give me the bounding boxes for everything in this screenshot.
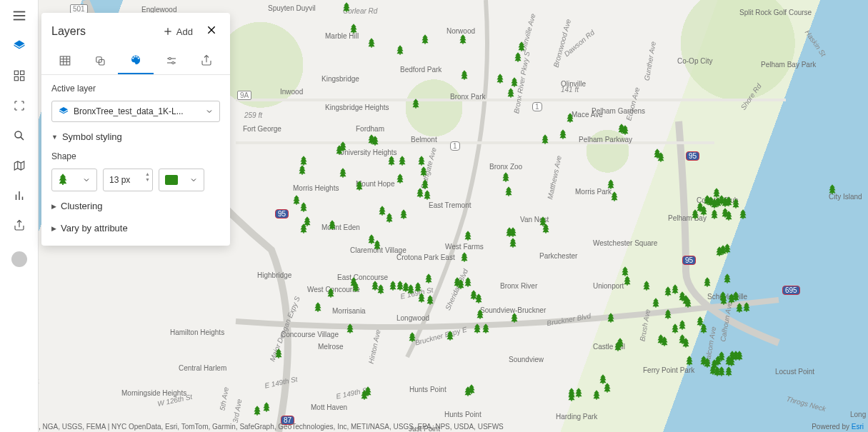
tree-point[interactable] [510, 313, 519, 323]
tab-table[interactable] [47, 49, 83, 74]
tree-point[interactable] [364, 386, 372, 396]
tree-point[interactable] [709, 365, 717, 375]
tree-point[interactable] [376, 284, 385, 294]
vary-by-attribute-toggle[interactable]: ▶ Vary by attribute [51, 221, 220, 236]
tree-point[interactable] [699, 323, 708, 333]
tree-point[interactable] [299, 156, 308, 166]
add-layer-button[interactable]: Add [158, 23, 197, 40]
color-picker[interactable] [159, 169, 204, 191]
tree-point[interactable] [351, 282, 360, 292]
tree-point[interactable] [599, 374, 607, 384]
size-input[interactable]: 13 px ▲ ▼ [103, 169, 153, 191]
tree-point[interactable] [657, 152, 665, 162]
symbol-styling-toggle[interactable]: ▼ Symbol styling [51, 129, 220, 144]
tree-point[interactable] [464, 386, 472, 396]
tree-point[interactable] [387, 156, 396, 166]
tree-point[interactable] [419, 166, 428, 176]
tree-point[interactable] [715, 246, 724, 256]
tree-point[interactable] [723, 273, 732, 283]
tree-point[interactable] [314, 302, 322, 312]
tree-point[interactable] [417, 293, 426, 303]
extent-button[interactable] [9, 96, 29, 116]
tree-point[interactable] [592, 390, 601, 400]
tree-point[interactable] [414, 282, 422, 292]
tree-point[interactable] [732, 291, 740, 301]
tree-point[interactable] [664, 309, 672, 319]
tree-point[interactable] [459, 34, 467, 44]
close-panel-button[interactable] [203, 21, 220, 41]
active-layer-select[interactable]: BronxTree_test_data_1K-L... [51, 101, 220, 122]
tree-point[interactable] [274, 348, 283, 358]
tree-point[interactable] [398, 156, 406, 166]
tree-point[interactable] [703, 277, 712, 287]
tree-point[interactable] [509, 227, 517, 237]
tree-point[interactable] [367, 38, 376, 48]
menu-button[interactable] [9, 6, 29, 26]
clustering-toggle[interactable]: ▶ Clustering [51, 199, 220, 214]
tree-point[interactable] [607, 313, 615, 323]
tree-point[interactable] [621, 125, 629, 135]
tree-point[interactable] [426, 295, 434, 305]
tree-point[interactable] [423, 190, 431, 200]
tree-point[interactable] [421, 34, 429, 44]
tree-point[interactable] [303, 216, 311, 226]
tree-point[interactable] [373, 240, 381, 250]
tree-point[interactable] [253, 406, 261, 416]
tree-point[interactable] [710, 209, 719, 219]
tree-point[interactable] [417, 156, 426, 166]
tab-export[interactable] [189, 49, 224, 74]
tree-point[interactable] [509, 238, 517, 248]
tree-point[interactable] [642, 281, 651, 291]
tree-point[interactable] [460, 70, 469, 80]
tab-settings[interactable] [154, 49, 189, 74]
tree-point[interactable] [621, 266, 629, 276]
tree-point[interactable] [828, 184, 837, 194]
tab-group[interactable] [83, 49, 119, 74]
tree-point[interactable] [735, 351, 744, 361]
tree-point[interactable] [385, 213, 394, 223]
tab-style[interactable] [118, 49, 154, 74]
tree-point[interactable] [504, 186, 513, 196]
tree-point[interactable] [685, 356, 694, 366]
tree-point[interactable] [603, 383, 612, 393]
tree-point[interactable] [298, 165, 306, 175]
tree-point[interactable] [671, 323, 679, 333]
tree-point[interactable] [355, 181, 364, 191]
tree-point[interactable] [299, 202, 308, 212]
shape-picker[interactable] [51, 169, 97, 191]
tree-point[interactable] [696, 202, 704, 212]
tree-point[interactable] [566, 113, 574, 123]
tree-point[interactable] [328, 220, 336, 230]
tree-point[interactable] [349, 24, 358, 34]
tree-point[interactable] [396, 45, 404, 55]
tree-point[interactable] [739, 209, 747, 219]
tree-point[interactable] [473, 323, 482, 333]
tree-point[interactable] [464, 231, 472, 241]
esri-link[interactable]: Esri [852, 423, 864, 431]
tree-point[interactable] [574, 388, 583, 398]
tree-point[interactable] [469, 290, 478, 300]
tree-point[interactable] [408, 332, 416, 342]
tree-point[interactable] [724, 211, 733, 221]
basemap-button[interactable] [9, 156, 29, 176]
tree-point[interactable] [342, 2, 351, 12]
tree-point[interactable] [510, 77, 519, 87]
tree-point[interactable] [735, 303, 744, 313]
chart-button[interactable] [9, 186, 29, 206]
tree-point[interactable] [446, 331, 454, 341]
tree-point[interactable] [559, 129, 567, 139]
tree-point[interactable] [517, 41, 526, 51]
tree-point[interactable] [335, 145, 344, 155]
grid-button[interactable] [9, 66, 29, 86]
tree-point[interactable] [476, 309, 484, 319]
tree-point[interactable] [424, 273, 433, 283]
tree-point[interactable] [464, 277, 472, 287]
tree-point[interactable] [399, 209, 408, 219]
tree-point[interactable] [482, 323, 490, 333]
tree-point[interactable] [614, 341, 622, 351]
layers-button[interactable] [9, 36, 29, 56]
tree-point[interactable] [652, 298, 660, 308]
tree-point[interactable] [732, 199, 740, 209]
tree-point[interactable] [502, 172, 510, 182]
tree-point[interactable] [262, 402, 271, 412]
